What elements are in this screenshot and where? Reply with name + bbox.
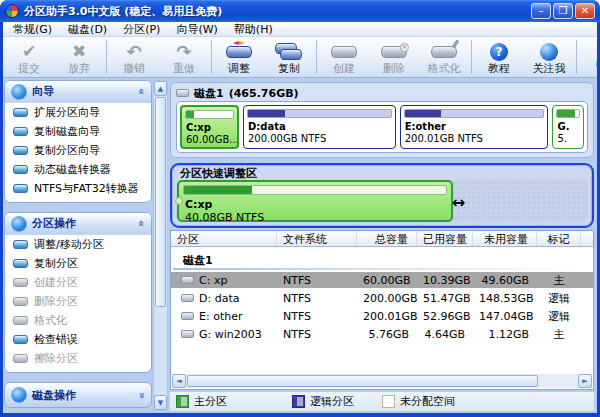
copy-button[interactable]: 复制	[264, 39, 314, 75]
toolbar-separator	[471, 40, 472, 74]
tutorial-button[interactable]: ? 教程	[474, 39, 524, 75]
sidebar-item-wipe-partition: 擦除分区	[5, 349, 151, 368]
sidebar-item-copy-partition-wizard[interactable]: 复制分区向导	[5, 141, 151, 160]
table-row-d[interactable]: D: data NTFS 200.00GB 51.47GB 148.53GB 逻…	[171, 290, 593, 306]
disk-icon	[181, 330, 194, 338]
horizontal-scrollbar[interactable]: ◄ ►	[172, 374, 592, 388]
menu-wizard[interactable]: 向导(W)	[168, 22, 225, 37]
resize-button[interactable]: ◄► 调整	[214, 39, 264, 75]
column-header-flag[interactable]: 标记	[537, 231, 581, 246]
usage-bar	[247, 109, 392, 118]
quick-adjust-title: 分区快速调整区	[180, 166, 257, 181]
partition-block-d[interactable]: D:data 200.00GB NTFS	[243, 105, 396, 149]
partition-block-e[interactable]: E:other 200.01GB NTFS	[400, 105, 549, 149]
copy-disk-icon	[275, 41, 303, 62]
clipped-button[interactable]	[579, 39, 597, 75]
disk-icon	[13, 165, 28, 174]
disk-icon	[13, 184, 28, 193]
scroll-left-icon[interactable]: ◄	[172, 374, 186, 388]
format-disk-icon	[431, 41, 457, 62]
scrollbar-thumb[interactable]	[155, 97, 166, 307]
sidebar-item-create-partition: 创建分区	[5, 273, 151, 292]
follow-globe-icon	[540, 41, 558, 62]
close-button[interactable]: ✕	[575, 3, 595, 19]
menu-help[interactable]: 帮助(H)	[226, 22, 281, 37]
sidebar-item-copy-disk-wizard[interactable]: 复制磁盘向导	[5, 122, 151, 141]
disk-icon	[13, 297, 28, 306]
menu-disk[interactable]: 磁盘(D)	[60, 22, 115, 37]
column-header-total[interactable]: 总容量	[357, 231, 417, 246]
minimize-button[interactable]: –	[531, 3, 551, 19]
discard-cross-icon: ✖	[72, 41, 86, 62]
toolbar-separator	[211, 40, 212, 74]
disk-ops-panel: 磁盘操作 «	[4, 382, 152, 408]
collapse-chevron-icon[interactable]: «	[135, 220, 148, 227]
redo-arrow-icon: ↷	[176, 41, 191, 62]
collapse-chevron-icon[interactable]: «	[135, 88, 148, 95]
column-header-filler	[581, 231, 594, 246]
main-area: 磁盘1 (465.76GB) C:xp 60.00GB...	[170, 78, 597, 413]
logical-swatch-icon	[292, 395, 305, 408]
table-header: 分区 文件系统 总容量 已用容量 未用容量 标记	[171, 231, 593, 247]
delete-button[interactable]: × 删除	[369, 39, 419, 75]
partition-ops-section-header[interactable]: 分区操作 «	[5, 213, 151, 235]
toolbar: ✔ 提交 ✖ 放弃 ↶ 撤销 ↷ 重做 ◄► 调整	[3, 37, 597, 78]
quick-adjust-partition-c[interactable]: C:xp 40.08GB NTFS ↔	[177, 180, 453, 222]
table-group-disk1: 磁盘1	[171, 247, 593, 270]
disk-ops-section-header[interactable]: 磁盘操作 «	[5, 383, 151, 407]
scroll-up-icon[interactable]: ▲	[154, 81, 167, 96]
sidebar-scrollbar[interactable]: ▲ ▼	[153, 80, 168, 411]
usage-bar	[556, 109, 580, 118]
disk-icon	[13, 278, 28, 287]
maximize-button[interactable]: ❐	[553, 3, 573, 19]
partition-ops-panel: 分区操作 « 调整/移动分区 复制分区 创建分区 删除分区 格式化	[4, 212, 152, 373]
disk-size: (465.76GB)	[229, 87, 299, 100]
sidebar-item-ntfs-fat32-converter[interactable]: NTFS与FAT32转换器	[5, 179, 151, 198]
undo-button[interactable]: ↶ 撤销	[109, 39, 159, 75]
table-row-c[interactable]: C: xp NTFS 60.00GB 10.39GB 49.60GB 主	[171, 272, 593, 288]
table-row-e[interactable]: E: other NTFS 200.01GB 52.96GB 147.04GB …	[171, 308, 593, 324]
redo-button[interactable]: ↷ 重做	[159, 39, 209, 75]
discard-button[interactable]: ✖ 放弃	[54, 39, 104, 75]
commit-button[interactable]: ✔ 提交	[4, 39, 54, 75]
sidebar-item-check-errors[interactable]: 检查错误	[5, 330, 151, 349]
left-resize-handle[interactable]	[175, 197, 183, 205]
expand-chevron-icon[interactable]: «	[135, 391, 148, 398]
toolbar-separator	[106, 40, 107, 74]
follow-me-button[interactable]: 关注我	[524, 39, 574, 75]
partition-block-g[interactable]: G. 5.	[552, 105, 584, 149]
sidebar-item-copy-partition[interactable]: 复制分区	[5, 254, 151, 273]
disk-header: 磁盘1 (465.76GB)	[176, 85, 588, 101]
sidebar-item-dynamic-disk-converter[interactable]: 动态磁盘转换器	[5, 160, 151, 179]
sidebar-item-extend-partition-wizard[interactable]: 扩展分区向导	[5, 103, 151, 122]
scroll-right-icon[interactable]: ►	[578, 374, 592, 388]
column-header-used[interactable]: 已用容量	[417, 231, 473, 246]
create-button[interactable]: 创建	[319, 39, 369, 75]
delete-disk-icon: ×	[381, 41, 407, 62]
disk-icon	[13, 240, 28, 249]
table-row-g[interactable]: G: win2003 NTFS 5.76GB 4.64GB 1.12GB 主	[171, 326, 593, 342]
quick-adjust-panel: 分区快速调整区 C:xp 40.08GB NTFS ↔	[170, 163, 594, 228]
disk-strip: C:xp 60.00GB... D:data 200.00GB NTFS	[176, 101, 588, 153]
usage-bar	[404, 109, 545, 118]
column-header-filesystem[interactable]: 文件系统	[277, 231, 357, 246]
scroll-down-icon[interactable]: ▼	[154, 395, 167, 410]
column-header-partition[interactable]: 分区	[171, 231, 277, 246]
format-button[interactable]: 格式化	[419, 39, 469, 75]
toolbar-separator	[316, 40, 317, 74]
toolbar-separator	[576, 40, 577, 74]
scrollbar-thumb[interactable]	[187, 375, 538, 387]
menu-general[interactable]: 常规(G)	[5, 22, 60, 37]
menu-partition[interactable]: 分区(P)	[115, 22, 168, 37]
resize-cursor-icon[interactable]: ↔	[452, 196, 465, 210]
sidebar-item-format-partition: 格式化	[5, 311, 151, 330]
wizards-section-header[interactable]: 向导 «	[5, 81, 151, 103]
section-title: 向导	[32, 84, 54, 99]
column-header-free[interactable]: 未用容量	[473, 231, 537, 246]
commit-check-icon: ✔	[22, 41, 36, 62]
title-bar: 分区助手3.0中文版 (稳定、易用且免费) – ❐ ✕	[0, 0, 600, 22]
app-logo-icon	[5, 4, 19, 18]
partition-block-c[interactable]: C:xp 60.00GB...	[180, 105, 239, 149]
primary-swatch-icon	[176, 395, 189, 408]
sidebar-item-resize-move-partition[interactable]: 调整/移动分区	[5, 235, 151, 254]
